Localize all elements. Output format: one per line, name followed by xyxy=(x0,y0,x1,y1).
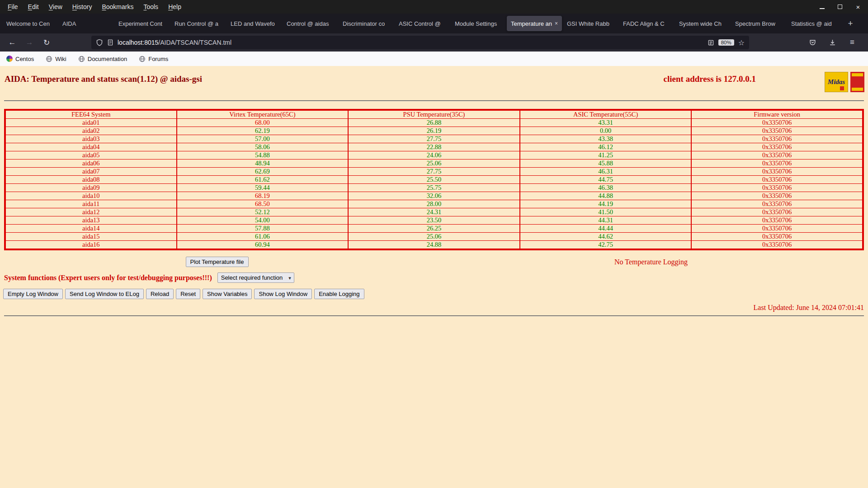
url-path: /AIDA/TSCAN/TSCAN.tml xyxy=(158,39,231,46)
virtex-temp-cell: 61.06 xyxy=(177,233,349,241)
asic-temp-cell: 0.00 xyxy=(520,127,692,135)
last-updated: Last Updated: June 14, 2024 07:01:41 xyxy=(0,304,868,312)
bookmark-forums[interactable]: Forums xyxy=(139,56,168,62)
maximize-button[interactable] xyxy=(836,3,844,10)
button-enable-logging[interactable]: Enable Logging xyxy=(314,289,364,299)
firmware-cell: 0x3350706 xyxy=(691,225,863,233)
new-tab-button[interactable]: + xyxy=(844,17,857,30)
pocket-icon[interactable] xyxy=(806,36,819,49)
menu-item-view[interactable]: View xyxy=(44,2,67,11)
reload-button[interactable]: ↻ xyxy=(40,36,53,49)
tab-run-control-a[interactable]: Run Control @ a xyxy=(170,16,226,31)
menu-item-edit[interactable]: Edit xyxy=(23,2,44,11)
globe-icon xyxy=(46,56,52,62)
shield-icon[interactable] xyxy=(96,39,103,46)
action-buttons: Empty Log WindowSend Log Window to ELogR… xyxy=(0,289,868,299)
button-reset[interactable]: Reset xyxy=(176,289,200,299)
button-send-log-window-to-elog[interactable]: Send Log Window to ELog xyxy=(65,289,144,299)
tab-spectrum-brow[interactable]: Spectrum Brow xyxy=(731,16,786,31)
psu-temp-cell: 24.06 xyxy=(348,151,520,160)
asic-temp-cell: 46.31 xyxy=(520,168,692,176)
midas-logo[interactable]: Midas xyxy=(825,72,848,92)
tab-aida[interactable]: AIDA xyxy=(58,16,113,31)
button-reload[interactable]: Reload xyxy=(146,289,174,299)
button-show-log-window[interactable]: Show Log Window xyxy=(254,289,312,299)
asic-temp-cell: 46.38 xyxy=(520,184,692,192)
forward-button[interactable]: → xyxy=(23,36,36,49)
tab-control-aidas[interactable]: Control @ aidas xyxy=(283,16,338,31)
menu-hamburger-icon[interactable]: ≡ xyxy=(845,36,859,49)
system-cell: aida13 xyxy=(5,216,177,225)
psu-temp-cell: 25.06 xyxy=(348,160,520,168)
menu-item-help[interactable]: Help xyxy=(163,2,186,11)
site-info-icon[interactable] xyxy=(107,39,114,46)
tab-fadc-align-c[interactable]: FADC Align & C xyxy=(619,16,674,31)
psu-temp-cell: 24.88 xyxy=(348,241,520,250)
bookmark-documentation[interactable]: Documentation xyxy=(78,56,127,62)
button-show-variables[interactable]: Show Variables xyxy=(203,289,252,299)
plot-temperature-button[interactable]: Plot Temperature file xyxy=(186,257,249,267)
menu-item-history[interactable]: History xyxy=(67,2,97,11)
firmware-cell: 0x3350706 xyxy=(691,233,863,241)
tab-statistics-aid[interactable]: Statistics @ aid xyxy=(787,16,842,31)
url-text: localhost:8015/AIDA/TSCAN/TSCAN.tml xyxy=(118,39,231,46)
back-button[interactable]: ← xyxy=(5,36,19,49)
facility-logo[interactable] xyxy=(850,72,864,92)
asic-temp-cell: 44.44 xyxy=(520,225,692,233)
downloads-icon[interactable] xyxy=(826,36,839,49)
globe-icon xyxy=(139,56,146,62)
system-cell: aida11 xyxy=(5,200,177,208)
table-row-aida13: aida1354.0023.5044.310x3350706 xyxy=(5,216,863,225)
zoom-level-badge[interactable]: 80% xyxy=(718,39,734,46)
menu-item-file[interactable]: File xyxy=(3,2,23,11)
firmware-cell: 0x3350706 xyxy=(691,184,863,192)
virtex-temp-cell: 68.50 xyxy=(177,200,349,208)
system-cell: aida03 xyxy=(5,135,177,143)
tab-module-settings[interactable]: Module Settings xyxy=(451,16,506,31)
psu-temp-cell: 25.50 xyxy=(348,176,520,184)
minimize-button[interactable] xyxy=(818,3,826,10)
firmware-cell: 0x3350706 xyxy=(691,208,863,216)
menu-item-bookmarks[interactable]: Bookmarks xyxy=(97,2,138,11)
psu-temp-cell: 32.06 xyxy=(348,192,520,200)
virtex-temp-cell: 60.94 xyxy=(177,241,349,250)
tab-temperature-an[interactable]: Temperature an× xyxy=(507,16,562,31)
button-empty-log-window[interactable]: Empty Log Window xyxy=(3,289,63,299)
close-button[interactable]: × xyxy=(854,3,862,10)
tab-asic-control[interactable]: ASIC Control @ xyxy=(395,16,450,31)
tab-label: System wide Ch xyxy=(679,20,726,27)
column-header-firmware-version: Firmware version xyxy=(691,110,863,119)
reader-mode-icon[interactable] xyxy=(708,39,714,46)
virtex-temp-cell: 57.00 xyxy=(177,135,349,143)
bookmark-wiki[interactable]: Wiki xyxy=(46,56,66,62)
system-cell: aida07 xyxy=(5,168,177,176)
menu-item-tools[interactable]: Tools xyxy=(138,2,163,11)
firmware-cell: 0x3350706 xyxy=(691,160,863,168)
bookmark-star-icon[interactable]: ☆ xyxy=(738,38,745,47)
bookmark-label: Forums xyxy=(148,56,168,62)
url-bar[interactable]: localhost:8015/AIDA/TSCAN/TSCAN.tml 80% … xyxy=(91,36,749,49)
bookmark-centos[interactable]: Centos xyxy=(6,56,34,62)
function-select[interactable]: Select required function xyxy=(217,272,294,283)
psu-temp-cell: 26.88 xyxy=(348,119,520,127)
bookmark-label: Wiki xyxy=(55,56,66,62)
toolbar-right-icons: ≡ xyxy=(806,36,863,49)
firmware-cell: 0x3350706 xyxy=(691,176,863,184)
asic-temp-cell: 46.12 xyxy=(520,143,692,151)
page-content: AIDA: Temperature and status scan(1.12) … xyxy=(0,66,868,488)
tab-gsi-white-rabb[interactable]: GSI White Rabb xyxy=(563,16,618,31)
tab-welcome-to-cen[interactable]: Welcome to Cen xyxy=(2,16,57,31)
column-header-psu-temperature-35c: PSU Temperature(35C) xyxy=(348,110,520,119)
tab-led-and-wavefo[interactable]: LED and Wavefo xyxy=(226,16,282,31)
temperature-table: FEE64 SystemVirtex Temperature(65C)PSU T… xyxy=(4,109,864,250)
tab-experiment-cont[interactable]: Experiment Cont xyxy=(114,16,170,31)
psu-temp-cell: 26.25 xyxy=(348,225,520,233)
tab-close-icon[interactable]: × xyxy=(555,20,558,27)
maximize-icon xyxy=(838,5,842,9)
tab-system-wide-ch[interactable]: System wide Ch xyxy=(675,16,730,31)
table-row-aida04: aida0458.0622.8846.120x3350706 xyxy=(5,143,863,151)
tab-discriminator-co[interactable]: Discriminator co xyxy=(339,16,394,31)
firmware-cell: 0x3350706 xyxy=(691,241,863,250)
asic-temp-cell: 43.31 xyxy=(520,119,692,127)
system-functions-row: System functions (Expert users only for … xyxy=(0,272,868,283)
